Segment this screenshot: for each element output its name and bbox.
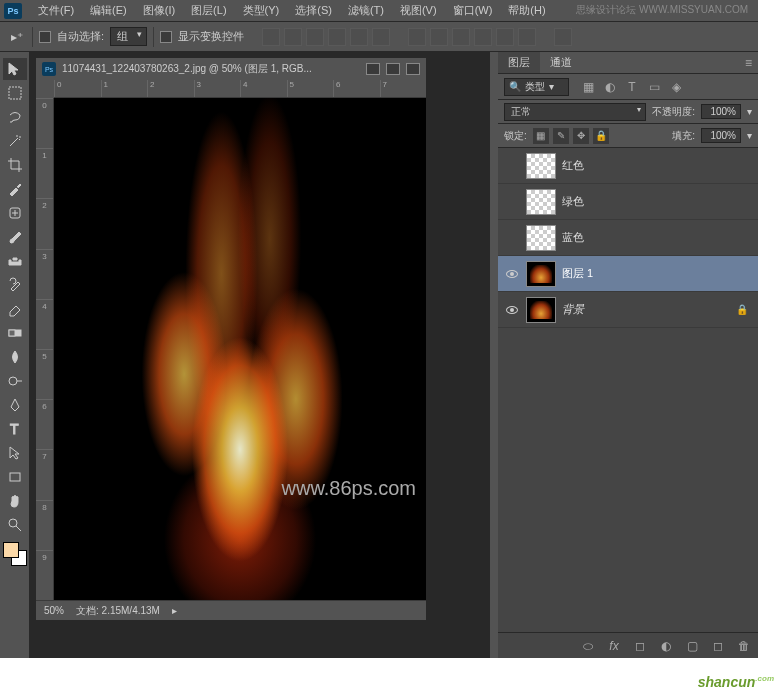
show-transform-checkbox[interactable] xyxy=(160,31,172,43)
eraser-tool[interactable] xyxy=(3,298,27,320)
lasso-tool[interactable] xyxy=(3,106,27,128)
eyedropper-tool[interactable] xyxy=(3,178,27,200)
lock-pixels-icon[interactable]: ✎ xyxy=(553,128,569,144)
layer-name[interactable]: 图层 1 xyxy=(562,266,752,281)
align-bottom-icon[interactable] xyxy=(306,28,324,46)
layer-row[interactable]: 图层 1 xyxy=(498,256,758,292)
menu-edit[interactable]: 编辑(E) xyxy=(82,1,135,20)
menu-type[interactable]: 类型(Y) xyxy=(235,1,288,20)
filter-shape-icon[interactable]: ▭ xyxy=(647,80,661,94)
dist-bottom-icon[interactable] xyxy=(452,28,470,46)
new-layer-icon[interactable]: ◻ xyxy=(710,638,726,654)
crop-tool[interactable] xyxy=(3,154,27,176)
layer-thumbnail[interactable] xyxy=(526,153,556,179)
filter-pixel-icon[interactable]: ▦ xyxy=(581,80,595,94)
layer-row[interactable]: 背景 🔒 xyxy=(498,292,758,328)
fill-value[interactable]: 100% xyxy=(701,128,741,143)
magic-wand-tool[interactable] xyxy=(3,130,27,152)
ruler-vertical[interactable]: 0123456789 xyxy=(36,98,54,600)
ruler-horizontal[interactable]: 01234567 xyxy=(54,80,426,98)
panel-menu-icon[interactable]: ≡ xyxy=(745,56,752,70)
tab-layers[interactable]: 图层 xyxy=(498,52,540,73)
blend-mode-dropdown[interactable]: 正常 xyxy=(504,103,646,121)
history-brush-tool[interactable] xyxy=(3,274,27,296)
dist-hcenter-icon[interactable] xyxy=(496,28,514,46)
minimize-button[interactable] xyxy=(366,63,380,75)
foreground-color[interactable] xyxy=(3,542,19,558)
hand-tool[interactable] xyxy=(3,490,27,512)
layer-group-icon[interactable]: ▢ xyxy=(684,638,700,654)
filter-type-icon[interactable]: T xyxy=(625,80,639,94)
layer-thumbnail[interactable] xyxy=(526,225,556,251)
lock-all-icon[interactable]: 🔒 xyxy=(593,128,609,144)
marquee-tool[interactable] xyxy=(3,82,27,104)
lock-position-icon[interactable]: ✥ xyxy=(573,128,589,144)
dist-vcenter-icon[interactable] xyxy=(430,28,448,46)
auto-select-target-dropdown[interactable]: 组 xyxy=(110,27,147,46)
dodge-tool[interactable] xyxy=(3,370,27,392)
layer-row[interactable]: 绿色 xyxy=(498,184,758,220)
menu-view[interactable]: 视图(V) xyxy=(392,1,445,20)
visibility-toggle[interactable] xyxy=(504,158,520,174)
filter-smart-icon[interactable]: ◈ xyxy=(669,80,683,94)
color-swatch[interactable] xyxy=(3,542,27,566)
gradient-tool[interactable] xyxy=(3,322,27,344)
fill-arrow-icon[interactable]: ▾ xyxy=(747,130,752,141)
tab-channels[interactable]: 通道 xyxy=(540,52,582,73)
layer-mask-icon[interactable]: ◻ xyxy=(632,638,648,654)
layer-thumbnail[interactable] xyxy=(526,189,556,215)
layer-name[interactable]: 绿色 xyxy=(562,194,752,209)
menu-select[interactable]: 选择(S) xyxy=(287,1,340,20)
status-arrow-icon[interactable]: ▸ xyxy=(172,605,177,616)
align-left-icon[interactable] xyxy=(328,28,346,46)
menu-layer[interactable]: 图层(L) xyxy=(183,1,234,20)
visibility-toggle[interactable] xyxy=(504,266,520,282)
align-right-icon[interactable] xyxy=(372,28,390,46)
layer-row[interactable]: 蓝色 xyxy=(498,220,758,256)
layer-name[interactable]: 红色 xyxy=(562,158,752,173)
clone-stamp-tool[interactable] xyxy=(3,250,27,272)
move-tool[interactable] xyxy=(3,58,27,80)
link-layers-icon[interactable]: ⬭ xyxy=(580,638,596,654)
opacity-arrow-icon[interactable]: ▾ xyxy=(747,106,752,117)
align-vcenter-icon[interactable] xyxy=(284,28,302,46)
visibility-toggle[interactable] xyxy=(504,230,520,246)
rectangle-tool[interactable] xyxy=(3,466,27,488)
adjustment-layer-icon[interactable]: ◐ xyxy=(658,638,674,654)
opacity-value[interactable]: 100% xyxy=(701,104,741,119)
delete-layer-icon[interactable]: 🗑 xyxy=(736,638,752,654)
visibility-toggle[interactable] xyxy=(504,302,520,318)
dist-right-icon[interactable] xyxy=(518,28,536,46)
lock-trans-icon[interactable]: ▦ xyxy=(533,128,549,144)
zoom-tool[interactable] xyxy=(3,514,27,536)
layer-row[interactable]: 红色 xyxy=(498,148,758,184)
filter-adjust-icon[interactable]: ◐ xyxy=(603,80,617,94)
dist-top-icon[interactable] xyxy=(408,28,426,46)
menu-filter[interactable]: 滤镜(T) xyxy=(340,1,392,20)
close-button[interactable] xyxy=(406,63,420,75)
doc-info[interactable]: 文档: 2.15M/4.13M xyxy=(76,604,160,618)
align-top-icon[interactable] xyxy=(262,28,280,46)
canvas[interactable]: www.86ps.com xyxy=(54,98,426,600)
type-tool[interactable]: T xyxy=(3,418,27,440)
zoom-level[interactable]: 50% xyxy=(44,605,64,616)
menu-help[interactable]: 帮助(H) xyxy=(500,1,553,20)
menu-file[interactable]: 文件(F) xyxy=(30,1,82,20)
menu-window[interactable]: 窗口(W) xyxy=(445,1,501,20)
pen-tool[interactable] xyxy=(3,394,27,416)
arrange-icon[interactable] xyxy=(554,28,572,46)
layer-fx-icon[interactable]: fx xyxy=(606,638,622,654)
path-select-tool[interactable] xyxy=(3,442,27,464)
filter-kind-dropdown[interactable]: 🔍 类型 ▾ xyxy=(504,78,569,96)
layer-name[interactable]: 蓝色 xyxy=(562,230,752,245)
healing-brush-tool[interactable] xyxy=(3,202,27,224)
align-hcenter-icon[interactable] xyxy=(350,28,368,46)
brush-tool[interactable] xyxy=(3,226,27,248)
dist-left-icon[interactable] xyxy=(474,28,492,46)
maximize-button[interactable] xyxy=(386,63,400,75)
menu-image[interactable]: 图像(I) xyxy=(135,1,183,20)
visibility-toggle[interactable] xyxy=(504,194,520,210)
auto-select-checkbox[interactable] xyxy=(39,31,51,43)
layer-name[interactable]: 背景 xyxy=(562,302,730,317)
blur-tool[interactable] xyxy=(3,346,27,368)
